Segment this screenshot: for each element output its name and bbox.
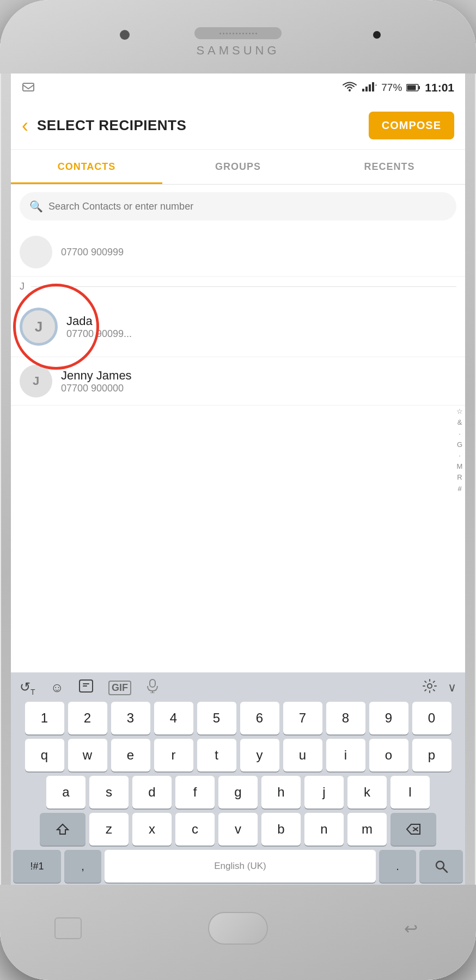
key-0[interactable]: 0: [412, 702, 451, 734]
key-3[interactable]: 3: [111, 702, 150, 734]
key-v[interactable]: v: [218, 813, 258, 846]
svg-line-16: [443, 868, 447, 872]
key-e[interactable]: e: [111, 739, 150, 771]
svg-rect-0: [23, 83, 34, 91]
key-r[interactable]: r: [154, 739, 193, 771]
tab-bar: CONTACTS GROUPS RECENTS: [11, 150, 465, 185]
key-s[interactable]: s: [89, 776, 129, 808]
key-shift[interactable]: [40, 813, 86, 846]
screen: + 77% 11:01 ‹ SELECT RECIPIENTS COM: [11, 74, 465, 885]
avatar-jenny: J: [20, 365, 52, 397]
keyboard: ↺T ☺ GIF ∨: [11, 672, 465, 885]
key-k[interactable]: k: [347, 776, 387, 808]
asdf-row: a s d f g h j k l: [13, 776, 463, 808]
key-u[interactable]: u: [283, 739, 322, 771]
svg-point-14: [428, 684, 432, 688]
svg-rect-3: [365, 87, 368, 91]
contact-info-jada: Jada 07700 90099...: [66, 314, 456, 340]
key-6[interactable]: 6: [240, 702, 279, 734]
hardware-bottom: ↩: [0, 885, 476, 980]
key-l[interactable]: l: [390, 776, 430, 808]
keyboard-toolbar: ↺T ☺ GIF ∨: [13, 676, 463, 702]
brand-label: SAMSUNG: [196, 44, 279, 58]
contact-phone: 07700 900999: [61, 247, 456, 258]
key-j[interactable]: j: [304, 776, 344, 808]
key-q[interactable]: q: [25, 739, 64, 771]
search-input[interactable]: [48, 201, 447, 212]
key-g[interactable]: g: [218, 776, 258, 808]
key-m[interactable]: m: [347, 813, 387, 846]
key-comma[interactable]: ,: [64, 850, 101, 883]
key-d[interactable]: d: [132, 776, 172, 808]
home-button[interactable]: [208, 912, 268, 945]
key-5[interactable]: 5: [197, 702, 236, 734]
key-a[interactable]: a: [46, 776, 86, 808]
list-item[interactable]: 07700 900999: [11, 228, 465, 277]
contact-info: 07700 900999: [61, 247, 456, 258]
search-wrap: 🔍: [11, 185, 465, 228]
back-button[interactable]: ‹: [22, 114, 28, 137]
key-y[interactable]: y: [240, 739, 279, 771]
status-bar: + 77% 11:01: [11, 74, 465, 102]
svg-point-1: [349, 89, 351, 91]
tab-recents[interactable]: RECENTS: [314, 150, 465, 184]
tab-groups[interactable]: GROUPS: [162, 150, 314, 184]
list-item-jada[interactable]: J Jada 07700 90099...: [11, 297, 465, 357]
key-z[interactable]: z: [89, 813, 129, 846]
emoji-icon[interactable]: ☺: [51, 680, 64, 695]
key-special[interactable]: !#1: [13, 850, 61, 883]
mic-icon[interactable]: [147, 679, 158, 696]
collapse-icon[interactable]: ∨: [448, 681, 456, 695]
key-p[interactable]: p: [412, 739, 451, 771]
key-9[interactable]: 9: [369, 702, 408, 734]
key-n[interactable]: n: [304, 813, 344, 846]
translate-icon[interactable]: ↺T: [20, 679, 35, 696]
key-4[interactable]: 4: [154, 702, 193, 734]
back-arrow-icon: ↩: [404, 919, 418, 938]
key-i[interactable]: i: [326, 739, 365, 771]
compose-button[interactable]: COMPOSE: [369, 112, 454, 139]
page-title: SELECT RECIPIENTS: [37, 117, 369, 134]
key-c[interactable]: c: [175, 813, 215, 846]
svg-rect-8: [419, 86, 420, 89]
contact-phone-jenny: 07700 900000: [61, 383, 456, 394]
tab-contacts[interactable]: CONTACTS: [11, 150, 162, 184]
key-7[interactable]: 7: [283, 702, 322, 734]
keyboard-rows: 1 2 3 4 5 6 7 8 9 0 q w e r t: [13, 702, 463, 883]
status-left: [22, 82, 35, 93]
key-f[interactable]: f: [175, 776, 215, 808]
key-2[interactable]: 2: [68, 702, 107, 734]
status-right: + 77% 11:01: [342, 81, 454, 95]
signal-icon: +: [362, 81, 377, 95]
gif-icon[interactable]: GIF: [108, 681, 131, 695]
key-b[interactable]: b: [261, 813, 301, 846]
number-row: 1 2 3 4 5 6 7 8 9 0: [13, 702, 463, 734]
recent-apps-button[interactable]: [54, 917, 82, 939]
settings-icon[interactable]: [423, 679, 437, 696]
search-icon: 🔍: [29, 200, 43, 213]
bottom-row: !#1 , English (UK) .: [13, 850, 463, 883]
app-header: ‹ SELECT RECIPIENTS COMPOSE: [11, 102, 465, 150]
key-8[interactable]: 8: [326, 702, 365, 734]
key-x[interactable]: x: [132, 813, 172, 846]
key-1[interactable]: 1: [25, 702, 64, 734]
avatar-jada: J: [20, 308, 58, 346]
key-backspace[interactable]: [390, 813, 436, 846]
notification-icon: [22, 82, 35, 93]
hardware-top: SAMSUNG: [0, 0, 476, 74]
section-header-j: J: [11, 277, 465, 297]
contact-phone-jada: 07700 90099...: [66, 328, 456, 340]
key-space[interactable]: English (UK): [105, 850, 376, 883]
key-o[interactable]: o: [369, 739, 408, 771]
key-h[interactable]: h: [261, 776, 301, 808]
key-t[interactable]: t: [197, 739, 236, 771]
key-search[interactable]: [419, 850, 463, 883]
key-period[interactable]: .: [379, 850, 416, 883]
wifi-icon: [342, 81, 357, 95]
sticker-icon[interactable]: [79, 679, 93, 696]
back-nav-button[interactable]: ↩: [400, 917, 422, 939]
key-w[interactable]: w: [68, 739, 107, 771]
contact-name-jenny: Jenny James: [61, 369, 456, 383]
list-item-jenny[interactable]: J Jenny James 07700 900000: [11, 357, 465, 406]
search-bar[interactable]: 🔍: [20, 192, 456, 220]
